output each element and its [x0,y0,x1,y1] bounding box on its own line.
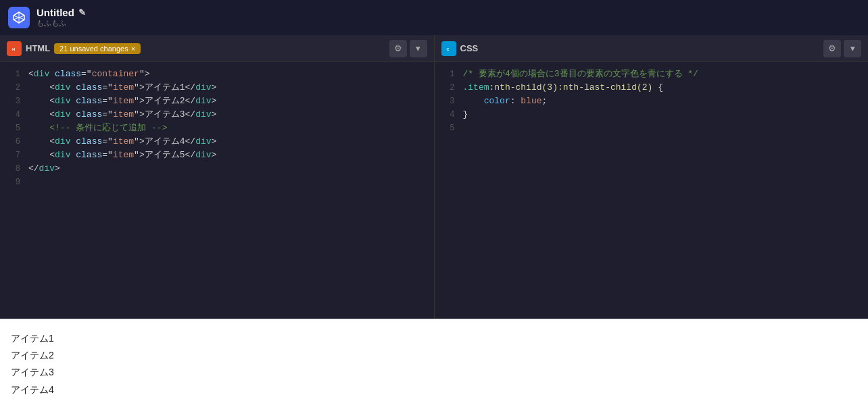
chevron-down-icon: ▾ [850,43,855,53]
chevron-down-icon: ▾ [416,43,420,53]
code-line: 9 [0,176,434,189]
preview-item: アイテム3 [11,364,857,381]
code-line: 1 /* 要素が4個の場合に3番目の要素の文字色を青にする */ [435,68,869,81]
gear-icon: ⚙ [394,43,402,53]
preview-area: アイテム1 アイテム2 アイテム3 アイテム4 アイテム5 [0,319,868,397]
html-panel-header: H HTML 21 unsaved changes × ⚙ ▾ [0,35,434,62]
code-line: 3 color: blue; [435,95,869,108]
code-line: 1 <div class="container"> [0,68,434,81]
code-line: 2 .item:nth-child(3):nth-last-child(2) { [435,81,869,95]
code-line: 5 [435,122,869,135]
edit-icon[interactable]: ✎ [78,7,86,18]
code-line: 6 <div class="item">アイテム4</div> [0,135,434,149]
html-panel: H HTML 21 unsaved changes × ⚙ ▾ 1 [0,35,435,319]
html-settings-button[interactable]: ⚙ [389,40,407,57]
css-panel-actions: ⚙ ▾ [823,40,861,57]
editor-area: H HTML 21 unsaved changes × ⚙ ▾ 1 [0,35,868,319]
preview-item: アイテム2 [11,347,857,364]
code-line: 4 } [435,108,869,122]
titlebar-title: Untitled ✎ [37,7,86,18]
unsaved-text: 21 unsaved changes [59,45,128,53]
css-panel-header: C CSS ⚙ ▾ [435,35,869,62]
project-name: Untitled [37,7,74,18]
code-line: 4 <div class="item">アイテム3</div> [0,108,434,122]
html-panel-actions: ⚙ ▾ [389,40,427,57]
code-line: 7 <div class="item">アイテム5</div> [0,149,434,162]
css-collapse-button[interactable]: ▾ [844,40,861,57]
html-code-body[interactable]: 1 <div class="container"> 2 <div class="… [0,62,434,319]
css-code-body[interactable]: 1 /* 要素が4個の場合に3番目の要素の文字色を青にする */ 2 .item… [435,62,869,319]
unsaved-badge: 21 unsaved changes × [54,43,141,54]
svg-text:C: C [446,47,449,51]
titlebar-subtitle: もふもふ [37,18,86,28]
titlebar: Untitled ✎ もふもふ [0,0,868,35]
css-lang-badge: C [441,41,456,56]
css-lang-name: CSS [460,43,479,53]
code-line: 5 <!-- 条件に応じて追加 --> [0,122,434,135]
html-collapse-button[interactable]: ▾ [410,40,427,57]
code-line: 2 <div class="item">アイテム1</div> [0,81,434,95]
gear-icon: ⚙ [828,43,836,53]
svg-text:H: H [12,47,15,51]
css-panel: C CSS ⚙ ▾ 1 /* 要素が4個の場合に3番目の要素の文字色を青にする … [435,35,869,319]
code-line: 3 <div class="item">アイテム2</div> [0,95,434,108]
html-lang-name: HTML [26,43,50,53]
app-logo [8,7,30,28]
css-panel-label: C CSS [441,41,819,56]
html-panel-label: H HTML 21 unsaved changes × [7,41,384,56]
close-unsaved-button[interactable]: × [131,45,135,53]
titlebar-info: Untitled ✎ もふもふ [37,7,86,28]
preview-item: アイテム4 [11,381,857,397]
preview-item: アイテム1 [11,330,857,347]
html-lang-badge: H [7,41,22,56]
code-line: 8 </div> [0,162,434,176]
css-settings-button[interactable]: ⚙ [823,40,841,57]
